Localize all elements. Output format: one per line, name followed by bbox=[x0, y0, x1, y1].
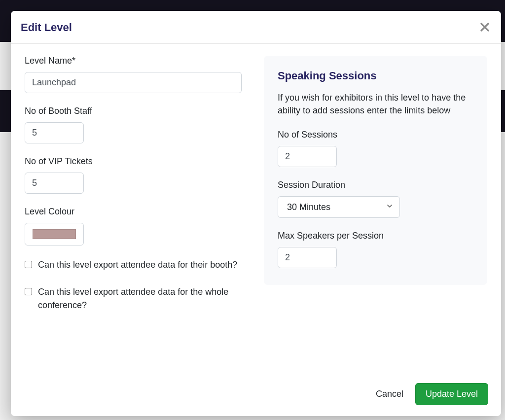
vip-tickets-input[interactable] bbox=[25, 173, 84, 194]
close-button[interactable] bbox=[478, 20, 491, 35]
vip-tickets-label: No of VIP Tickets bbox=[25, 156, 248, 167]
export-booth-label: Can this level export attendee data for … bbox=[38, 258, 248, 272]
edit-level-modal: Edit Level Level Name* No of Booth Staff… bbox=[11, 11, 501, 416]
max-speakers-label: Max Speakers per Session bbox=[278, 231, 473, 241]
duration-field: Session Duration 30 Minutes bbox=[278, 180, 473, 218]
level-name-field: Level Name* bbox=[25, 56, 248, 93]
duration-label: Session Duration bbox=[278, 180, 473, 190]
cancel-button[interactable]: Cancel bbox=[376, 389, 403, 399]
export-booth-checkbox[interactable] bbox=[25, 261, 32, 268]
speaking-sessions-title: Speaking Sessions bbox=[278, 70, 473, 82]
booth-staff-field: No of Booth Staff bbox=[25, 106, 248, 143]
max-speakers-input[interactable] bbox=[278, 247, 337, 268]
booth-staff-input[interactable] bbox=[25, 122, 84, 143]
colour-swatch bbox=[33, 229, 76, 239]
sessions-input[interactable] bbox=[278, 146, 337, 167]
sessions-label: No of Sessions bbox=[278, 130, 473, 140]
level-colour-field: Level Colour bbox=[25, 207, 248, 245]
export-conference-label: Can this level export attendee data for … bbox=[38, 285, 248, 312]
max-speakers-field: Max Speakers per Session bbox=[278, 231, 473, 268]
export-booth-row: Can this level export attendee data for … bbox=[25, 258, 248, 272]
export-conference-checkbox[interactable] bbox=[25, 288, 32, 295]
modal-title: Edit Level bbox=[21, 21, 72, 34]
modal-body: Level Name* No of Booth Staff No of VIP … bbox=[11, 44, 501, 372]
level-name-label: Level Name* bbox=[25, 56, 248, 66]
modal-header: Edit Level bbox=[11, 11, 501, 44]
duration-select[interactable]: 30 Minutes bbox=[278, 196, 400, 218]
update-level-button[interactable]: Update Level bbox=[415, 383, 488, 405]
level-colour-input[interactable] bbox=[25, 223, 84, 245]
level-name-input[interactable] bbox=[25, 72, 242, 93]
export-conference-row: Can this level export attendee data for … bbox=[25, 285, 248, 312]
modal-footer: Cancel Update Level bbox=[11, 372, 501, 416]
speaking-sessions-desc: If you wish for exhibitors in this level… bbox=[278, 91, 473, 117]
left-column: Level Name* No of Booth Staff No of VIP … bbox=[25, 56, 248, 372]
level-colour-label: Level Colour bbox=[25, 207, 248, 217]
speaking-sessions-panel: Speaking Sessions If you wish for exhibi… bbox=[264, 56, 487, 285]
close-icon bbox=[480, 23, 489, 32]
booth-staff-label: No of Booth Staff bbox=[25, 106, 248, 116]
right-column: Speaking Sessions If you wish for exhibi… bbox=[264, 56, 487, 372]
sessions-field: No of Sessions bbox=[278, 130, 473, 167]
duration-select-wrap: 30 Minutes bbox=[278, 196, 400, 218]
vip-tickets-field: No of VIP Tickets bbox=[25, 156, 248, 194]
